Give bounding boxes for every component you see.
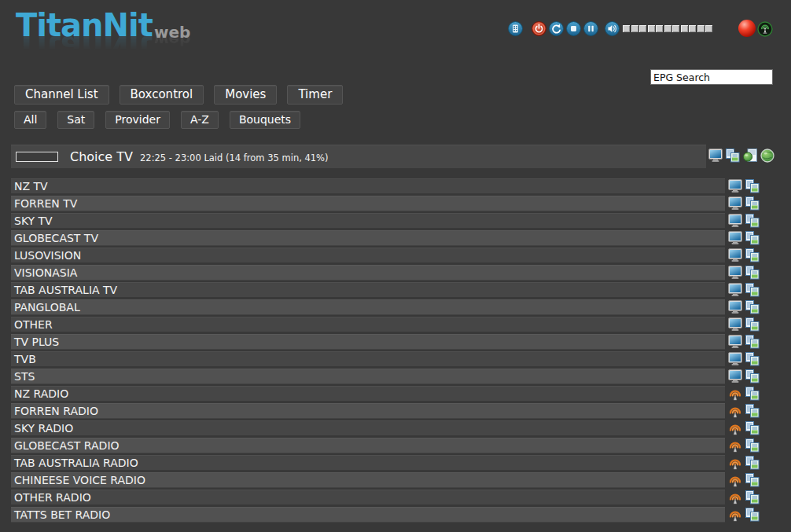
stream-icon[interactable] — [757, 21, 772, 36]
volume-segment[interactable] — [697, 25, 705, 32]
channel-row[interactable]: SKY RADIO — [11, 420, 760, 436]
channel-row-bar[interactable]: FORREN RADIO — [11, 403, 725, 419]
radio-icon[interactable] — [728, 421, 742, 435]
volume-segment[interactable] — [689, 25, 696, 32]
radio-icon[interactable] — [728, 404, 742, 418]
channel-row[interactable]: TAB AUSTRALIA RADIO — [11, 455, 760, 471]
channel-row-bar[interactable]: PANGLOBAL — [11, 299, 725, 315]
epg-copy-icon[interactable] — [745, 456, 760, 470]
volume-segment[interactable] — [664, 25, 671, 32]
channel-row[interactable]: TATTS BET RADIO — [11, 507, 760, 523]
pause-icon[interactable] — [583, 21, 598, 36]
tv-icon[interactable] — [728, 317, 742, 332]
channel-row[interactable]: LUSOVISION — [11, 248, 760, 263]
radio-icon[interactable] — [728, 438, 742, 453]
channel-row-bar[interactable]: LUSOVISION — [11, 248, 725, 263]
stop-icon[interactable] — [566, 21, 581, 36]
epg-copy-icon[interactable] — [745, 438, 760, 453]
channel-row-bar[interactable]: OTHER — [11, 317, 725, 332]
volume-segment[interactable] — [656, 25, 663, 32]
tv-icon[interactable] — [728, 231, 742, 245]
stream-page-icon[interactable] — [743, 149, 757, 163]
epg-copy-icon[interactable] — [745, 335, 760, 349]
channel-row[interactable]: OTHER — [11, 317, 760, 332]
channel-row-bar[interactable]: TATTS BET RADIO — [11, 507, 725, 523]
filter-a-z[interactable]: A-Z — [181, 111, 219, 129]
channel-row[interactable]: CHINEESE VOICE RADIO — [11, 472, 760, 488]
channel-row[interactable]: FORREN TV — [11, 196, 760, 211]
filter-bouquets[interactable]: Bouquets — [230, 111, 300, 129]
channel-row[interactable]: NZ RADIO — [11, 386, 760, 402]
radio-icon[interactable] — [728, 490, 742, 504]
tab-timer[interactable]: Timer — [287, 85, 343, 105]
tab-boxcontrol[interactable]: Boxcontrol — [120, 85, 204, 105]
channel-row[interactable]: GLOBECAST TV — [11, 230, 760, 246]
tv-icon[interactable] — [728, 300, 742, 314]
epg-copy-icon[interactable] — [745, 266, 760, 280]
epg-copy-icon[interactable] — [745, 387, 760, 401]
remote-icon[interactable] — [508, 21, 523, 36]
epg-copy-icon[interactable] — [745, 352, 760, 366]
volume-bar[interactable] — [623, 25, 712, 32]
channel-row[interactable]: OTHER RADIO — [11, 490, 760, 505]
tab-movies[interactable]: Movies — [214, 85, 277, 105]
epg-copy-icon[interactable] — [745, 283, 760, 297]
tv-icon[interactable] — [728, 266, 742, 280]
channel-row[interactable]: TAB AUSTRALIA TV — [11, 282, 760, 298]
channel-row[interactable]: GLOBECAST RADIO — [11, 438, 760, 453]
filter-all[interactable]: All — [14, 111, 46, 129]
power-icon[interactable] — [532, 21, 546, 36]
epg-copy-icon[interactable] — [745, 473, 760, 487]
radio-icon[interactable] — [728, 456, 742, 470]
channel-row-bar[interactable]: NZ TV — [11, 178, 725, 194]
channel-row-bar[interactable]: TVB — [11, 351, 725, 367]
epg-copy-icon[interactable] — [745, 404, 760, 418]
channel-row[interactable]: NZ TV — [11, 178, 760, 194]
tv-icon[interactable] — [728, 369, 742, 383]
epg-copy-icon[interactable] — [745, 490, 760, 504]
volume-segment[interactable] — [623, 25, 630, 32]
channel-row-bar[interactable]: TAB AUSTRALIA RADIO — [11, 455, 725, 471]
epg-copy-icon[interactable] — [745, 300, 760, 314]
volume-segment[interactable] — [705, 25, 712, 32]
epg-copy-icon[interactable] — [745, 317, 760, 332]
channel-row[interactable]: STS — [11, 369, 760, 384]
channel-row-bar[interactable]: TAB AUSTRALIA TV — [11, 282, 725, 298]
epg-search-input[interactable] — [650, 69, 773, 85]
channel-row-bar[interactable]: CHINEESE VOICE RADIO — [11, 472, 725, 488]
channel-row-bar[interactable]: STS — [11, 369, 725, 384]
volume-segment[interactable] — [648, 25, 655, 32]
channel-row[interactable]: VISIONASIA — [11, 265, 760, 281]
radio-icon[interactable] — [728, 473, 742, 487]
tv-icon[interactable] — [728, 352, 742, 366]
volume-segment[interactable] — [672, 25, 679, 32]
channel-row-bar[interactable]: GLOBECAST RADIO — [11, 438, 725, 453]
epg-copy-icon[interactable] — [745, 248, 760, 262]
epg-copy-icon[interactable] — [726, 149, 740, 163]
radio-icon[interactable] — [728, 508, 742, 522]
channel-row-bar[interactable]: SKY TV — [11, 213, 725, 229]
tv-icon[interactable] — [728, 196, 742, 211]
channel-row-bar[interactable]: FORREN TV — [11, 196, 725, 211]
tab-channel-list[interactable]: Channel List — [14, 85, 109, 105]
volume-segment[interactable] — [639, 25, 646, 32]
channel-row-bar[interactable]: NZ RADIO — [11, 386, 725, 402]
channel-row[interactable]: SKY TV — [11, 213, 760, 229]
filter-provider[interactable]: Provider — [105, 111, 170, 129]
tv-icon[interactable] — [728, 283, 742, 297]
epg-copy-icon[interactable] — [745, 231, 760, 245]
channel-row[interactable]: TV PLUS — [11, 334, 760, 350]
channel-row-bar[interactable]: GLOBECAST TV — [11, 230, 725, 246]
radio-icon[interactable] — [728, 387, 742, 401]
globe-icon[interactable] — [760, 149, 774, 163]
tv-screen-icon[interactable] — [708, 149, 723, 163]
speaker-icon[interactable] — [605, 21, 620, 36]
epg-copy-icon[interactable] — [745, 421, 760, 435]
tv-icon[interactable] — [728, 214, 742, 228]
restart-icon[interactable] — [549, 21, 564, 36]
channel-row-bar[interactable]: VISIONASIA — [11, 265, 725, 281]
channel-row-bar[interactable]: SKY RADIO — [11, 420, 725, 436]
tv-icon[interactable] — [728, 179, 742, 193]
filter-sat[interactable]: Sat — [57, 111, 94, 129]
epg-copy-icon[interactable] — [745, 508, 760, 522]
